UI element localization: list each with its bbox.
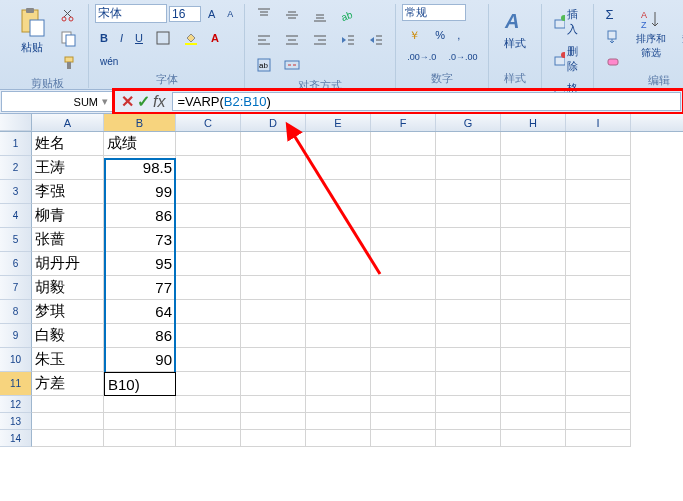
cell-I13[interactable] (566, 413, 631, 430)
bold-button[interactable]: B (95, 29, 113, 47)
align-middle-button[interactable] (279, 4, 305, 26)
font-size-select[interactable]: 16 (169, 6, 201, 22)
cell-B14[interactable] (104, 430, 176, 447)
cell-B12[interactable] (104, 396, 176, 413)
find-select-button[interactable]: 查找和 选择 (676, 4, 683, 64)
cell-D3[interactable] (241, 180, 306, 204)
cell-I12[interactable] (566, 396, 631, 413)
row-header-9[interactable]: 9 (0, 324, 32, 348)
cell-B4[interactable]: 86 (104, 204, 176, 228)
font-color-button[interactable]: A (206, 29, 224, 47)
row-header-7[interactable]: 7 (0, 276, 32, 300)
col-header-D[interactable]: D (241, 114, 306, 131)
cell-C4[interactable] (176, 204, 241, 228)
cell-C13[interactable] (176, 413, 241, 430)
cell-A14[interactable] (32, 430, 104, 447)
cell-A1[interactable]: 姓名 (32, 132, 104, 156)
cell-B10[interactable]: 90 (104, 348, 176, 372)
cell-H8[interactable] (501, 300, 566, 324)
currency-button[interactable]: ￥ (402, 24, 428, 46)
paste-button[interactable]: 粘贴 (12, 4, 52, 59)
cell-E7[interactable] (306, 276, 371, 300)
cell-C7[interactable] (176, 276, 241, 300)
sort-filter-button[interactable]: AZ 排序和 筛选 (630, 4, 672, 64)
cell-D11[interactable] (241, 372, 306, 396)
wrap-button[interactable]: ab (251, 54, 277, 76)
cell-I6[interactable] (566, 252, 631, 276)
row-header-3[interactable]: 3 (0, 180, 32, 204)
align-top-button[interactable] (251, 4, 277, 26)
cell-D5[interactable] (241, 228, 306, 252)
comma-button[interactable]: , (452, 26, 465, 44)
select-all-corner[interactable] (0, 114, 32, 131)
cell-E14[interactable] (306, 430, 371, 447)
row-header-12[interactable]: 12 (0, 396, 32, 413)
cell-A10[interactable]: 朱玉 (32, 348, 104, 372)
cell-D14[interactable] (241, 430, 306, 447)
cell-D2[interactable] (241, 156, 306, 180)
cell-D9[interactable] (241, 324, 306, 348)
delete-button[interactable]: 删除 (548, 41, 587, 77)
cell-G6[interactable] (436, 252, 501, 276)
grow-font-button[interactable]: A (203, 5, 220, 23)
align-bottom-button[interactable] (307, 4, 333, 26)
cell-F3[interactable] (371, 180, 436, 204)
cell-I14[interactable] (566, 430, 631, 447)
cell-B3[interactable]: 99 (104, 180, 176, 204)
cell-F11[interactable] (371, 372, 436, 396)
copy-button[interactable] (56, 28, 82, 50)
cell-C6[interactable] (176, 252, 241, 276)
orientation-button[interactable]: ab (335, 4, 361, 26)
cell-B6[interactable]: 95 (104, 252, 176, 276)
cell-F2[interactable] (371, 156, 436, 180)
cell-I3[interactable] (566, 180, 631, 204)
row-header-6[interactable]: 6 (0, 252, 32, 276)
name-box[interactable]: SUM▾ (1, 91, 113, 112)
row-header-10[interactable]: 10 (0, 348, 32, 372)
styles-button[interactable]: A 样式 (495, 4, 535, 55)
cell-A2[interactable]: 王涛 (32, 156, 104, 180)
row-header-5[interactable]: 5 (0, 228, 32, 252)
cell-A6[interactable]: 胡丹丹 (32, 252, 104, 276)
cell-H10[interactable] (501, 348, 566, 372)
fill-button[interactable] (600, 26, 626, 48)
border-button[interactable] (150, 27, 176, 49)
clear-button[interactable] (600, 49, 626, 71)
cell-B7[interactable]: 77 (104, 276, 176, 300)
cell-D7[interactable] (241, 276, 306, 300)
insert-button[interactable]: 插入 (548, 4, 587, 40)
format-painter-button[interactable] (56, 52, 82, 74)
align-center-button[interactable] (279, 29, 305, 51)
cell-B11[interactable]: B10) (104, 372, 176, 396)
cell-D1[interactable] (241, 132, 306, 156)
row-header-13[interactable]: 13 (0, 413, 32, 430)
cell-C2[interactable] (176, 156, 241, 180)
cell-I4[interactable] (566, 204, 631, 228)
cell-A4[interactable]: 柳青 (32, 204, 104, 228)
cell-I7[interactable] (566, 276, 631, 300)
cell-D6[interactable] (241, 252, 306, 276)
cell-E11[interactable] (306, 372, 371, 396)
cell-H6[interactable] (501, 252, 566, 276)
enter-icon[interactable]: ✓ (137, 92, 150, 111)
cell-B1[interactable]: 成绩 (104, 132, 176, 156)
col-header-F[interactable]: F (371, 114, 436, 131)
dec-decimal-button[interactable]: .0→.00 (443, 49, 482, 65)
cell-I9[interactable] (566, 324, 631, 348)
cell-I2[interactable] (566, 156, 631, 180)
cell-F4[interactable] (371, 204, 436, 228)
underline-button[interactable]: U (130, 29, 148, 47)
indent-inc-button[interactable] (363, 29, 389, 51)
cell-H13[interactable] (501, 413, 566, 430)
col-header-G[interactable]: G (436, 114, 501, 131)
cell-E5[interactable] (306, 228, 371, 252)
row-header-4[interactable]: 4 (0, 204, 32, 228)
col-header-E[interactable]: E (306, 114, 371, 131)
align-right-button[interactable] (307, 29, 333, 51)
cell-A3[interactable]: 李强 (32, 180, 104, 204)
shrink-font-button[interactable]: A (222, 6, 238, 22)
cell-H5[interactable] (501, 228, 566, 252)
cell-G10[interactable] (436, 348, 501, 372)
cut-button[interactable] (56, 4, 82, 26)
cell-C3[interactable] (176, 180, 241, 204)
